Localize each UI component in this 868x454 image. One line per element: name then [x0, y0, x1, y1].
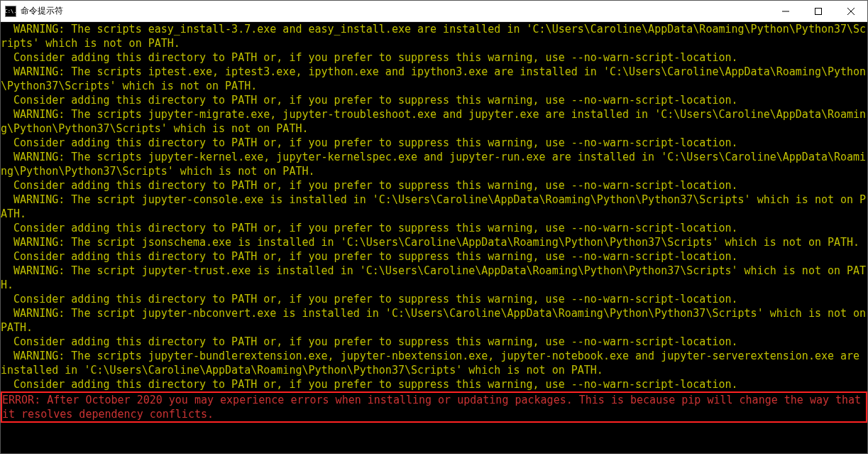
terminal-line: Consider adding this directory to PATH o… — [1, 50, 867, 65]
terminal-line: WARNING: The script jupyter-nbconvert.ex… — [1, 306, 867, 335]
svg-rect-1 — [815, 8, 822, 14]
terminal-line: WARNING: The scripts easy_install-3.7.ex… — [1, 22, 867, 50]
terminal-line: WARNING: The script jsonschema.exe is in… — [1, 235, 867, 249]
terminal-line: WARNING: The scripts iptest.exe, iptest3… — [1, 65, 867, 93]
error-line: ERROR: After October 2020 you may experi… — [2, 393, 866, 421]
terminal-line: Consider adding this directory to PATH o… — [1, 136, 867, 150]
terminal-line: Consider adding this directory to PATH o… — [1, 93, 867, 107]
terminal-line: WARNING: The script jupyter-trust.exe is… — [1, 264, 867, 292]
terminal-line: Consider adding this directory to PATH o… — [1, 335, 867, 349]
close-button[interactable] — [835, 1, 867, 22]
terminal-line: Consider adding this directory to PATH o… — [1, 292, 867, 306]
title-bar[interactable]: C:\. 命令提示符 — [1, 1, 867, 22]
window-title: 命令提示符 — [21, 5, 63, 17]
app-icon: C:\. — [5, 6, 16, 17]
minimize-button[interactable] — [769, 1, 802, 22]
terminal-line: WARNING: The scripts jupyter-kernel.exe,… — [1, 150, 867, 178]
terminal-output[interactable]: WARNING: The scripts easy_install-3.7.ex… — [1, 22, 867, 453]
maximize-button[interactable] — [802, 1, 835, 22]
terminal-line: WARNING: The scripts jupyter-migrate.exe… — [1, 107, 867, 136]
terminal-line: Consider adding this directory to PATH o… — [1, 377, 867, 391]
error-highlight-box: ERROR: After October 2020 you may experi… — [1, 391, 867, 423]
terminal-line: Consider adding this directory to PATH o… — [1, 178, 867, 193]
window-controls — [769, 1, 867, 22]
command-prompt-window: C:\. 命令提示符 WARNING: The scripts easy_ins… — [0, 0, 868, 454]
terminal-line: WARNING: The script jupyter-console.exe … — [1, 193, 867, 221]
terminal-line: WARNING: The scripts jupyter-bundlerexte… — [1, 349, 867, 377]
terminal-line: Consider adding this directory to PATH o… — [1, 249, 867, 264]
terminal-line: Consider adding this directory to PATH o… — [1, 221, 867, 235]
